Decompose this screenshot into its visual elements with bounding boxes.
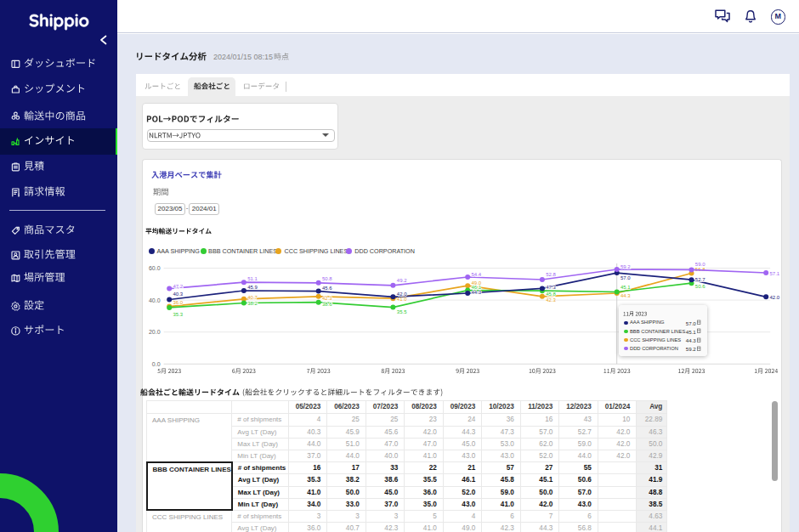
svg-text:51.1: 51.1 <box>247 276 258 281</box>
svg-text:42.3: 42.3 <box>546 297 556 303</box>
svg-text:49.2: 49.2 <box>397 278 407 283</box>
svg-text:40.7: 40.7 <box>247 295 258 300</box>
svg-text:57.1: 57.1 <box>769 271 779 276</box>
svg-text:47.2: 47.2 <box>173 284 183 289</box>
svg-text:44.3: 44.3 <box>620 293 631 298</box>
svg-text:50.8: 50.8 <box>322 276 332 281</box>
svg-text:35.5: 35.5 <box>397 309 407 314</box>
svg-text:42.0: 42.0 <box>769 295 779 300</box>
svg-text:45.1: 45.1 <box>620 285 631 290</box>
svg-text:52.8: 52.8 <box>546 272 556 277</box>
svg-text:20.0: 20.0 <box>149 329 161 335</box>
svg-text:36.0: 36.0 <box>173 300 183 305</box>
svg-text:40.0: 40.0 <box>149 297 161 303</box>
svg-text:38.6: 38.6 <box>322 302 332 307</box>
svg-text:47.3: 47.3 <box>546 285 556 290</box>
svg-text:59.0: 59.0 <box>695 262 706 267</box>
svg-text:44.3: 44.3 <box>471 290 481 295</box>
svg-text:42.0: 42.0 <box>397 291 407 297</box>
svg-text:0.0: 0.0 <box>152 361 161 367</box>
svg-text:35.3: 35.3 <box>173 312 183 317</box>
svg-text:59.2: 59.2 <box>620 264 631 269</box>
svg-text:50.6: 50.6 <box>695 284 706 289</box>
svg-text:60.0: 60.0 <box>149 265 161 271</box>
svg-text:42.3: 42.3 <box>322 296 332 301</box>
svg-text:45.8: 45.8 <box>546 291 556 297</box>
svg-text:40.3: 40.3 <box>173 291 183 297</box>
svg-text:54.4: 54.4 <box>471 272 481 277</box>
svg-text:52.7: 52.7 <box>695 277 706 282</box>
svg-text:57.0: 57.0 <box>620 275 631 280</box>
svg-text:45.9: 45.9 <box>247 285 258 290</box>
svg-text:45.6: 45.6 <box>322 286 332 291</box>
svg-text:38.2: 38.2 <box>247 301 258 306</box>
svg-text:41.0: 41.0 <box>397 297 407 302</box>
